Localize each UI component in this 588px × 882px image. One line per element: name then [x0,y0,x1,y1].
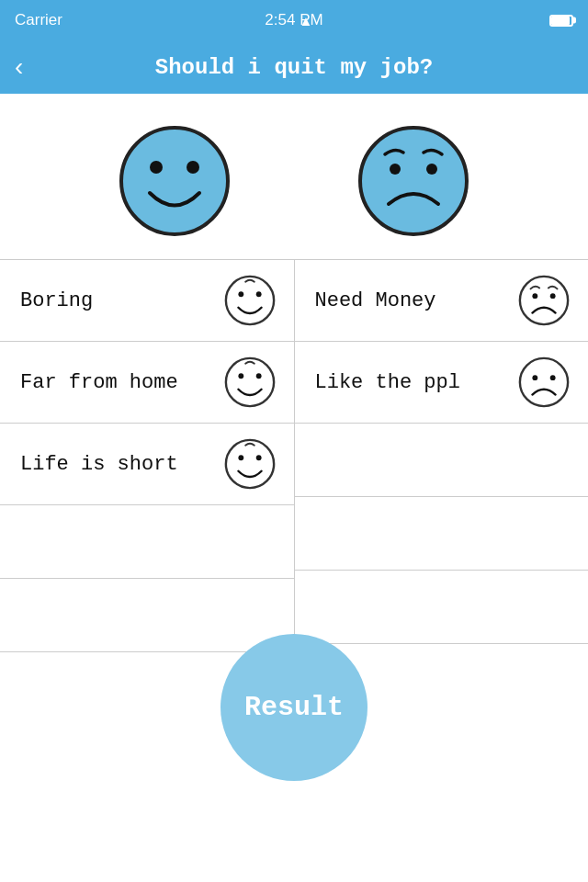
time-display: 2:54 PM [265,11,322,29]
left-reasons-col: Boring Far from home [0,260,295,652]
svg-point-13 [238,455,243,460]
svg-point-15 [520,277,568,324]
list-item: Like the ppl [295,342,589,424]
svg-point-20 [550,375,556,380]
result-button-wrapper: Result [220,634,368,781]
sad-face-like-the-ppl [516,355,571,410]
svg-point-3 [360,128,467,234]
svg-point-2 [187,161,199,174]
empty-row-right-1 [295,424,589,497]
sad-face-need-money [516,273,571,328]
nav-bar: ‹ Should i quit my job? [0,40,588,94]
battery-icon [549,15,573,27]
reasons-container: Boring Far from home [0,260,588,652]
reason-text-boring: Boring [20,289,222,312]
happy-face-life-is-short [222,436,277,492]
svg-point-10 [238,373,243,379]
svg-point-4 [390,164,401,175]
svg-point-18 [520,358,568,406]
list-item: Far from home [0,342,294,424]
happy-face-far-from-home [222,355,277,410]
empty-row-right-3 [295,571,589,644]
right-reasons-col: Need Money Like the ppl [295,260,589,652]
svg-point-16 [532,293,537,299]
sad-face-large [354,121,473,241]
page-title: Should i quit my job? [155,55,433,80]
svg-point-6 [225,277,273,324]
svg-point-9 [225,358,273,406]
list-item: Life is short [0,424,294,505]
svg-point-1 [150,161,163,174]
empty-row-right-2 [295,497,589,571]
svg-point-11 [255,373,261,379]
happy-face-boring [222,273,277,328]
reason-text-need-money: Need Money [315,289,517,312]
reason-text-far-from-home: Far from home [20,371,222,394]
reason-text-like-the-ppl: Like the ppl [315,371,517,394]
happy-face-large [115,121,234,241]
reason-text-life-is-short: Life is short [20,453,222,476]
list-item: Boring [0,260,294,342]
svg-point-8 [255,291,261,297]
list-item: Need Money [295,260,589,342]
result-button[interactable]: Result [220,634,368,781]
svg-point-14 [255,455,261,460]
svg-point-12 [225,440,273,488]
result-button-label: Result [244,692,344,723]
svg-point-5 [426,164,437,175]
empty-row-left-1 [0,505,294,579]
status-bar-right [549,15,573,27]
svg-point-19 [532,375,537,380]
faces-row [0,94,588,259]
svg-point-17 [550,293,556,299]
svg-point-7 [238,291,243,297]
svg-point-0 [121,128,228,234]
carrier-label: Carrier [15,11,62,29]
status-bar: Carrier ▲ 2:54 PM [0,0,588,40]
back-button[interactable]: ‹ [15,51,30,84]
main-content: Boring Far from home [0,94,588,652]
